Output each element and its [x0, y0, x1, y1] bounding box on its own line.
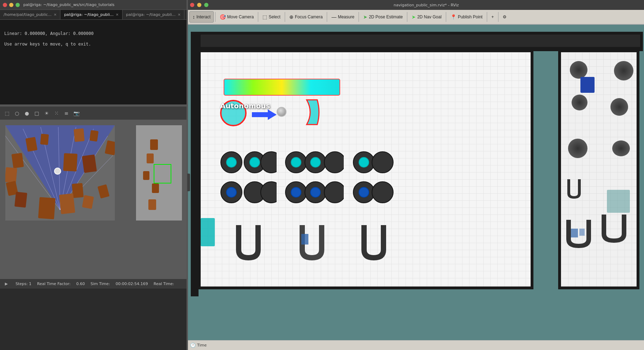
box-2 — [40, 134, 49, 145]
furniture-cluster-5 — [284, 181, 344, 205]
3d-viewport[interactable] — [0, 120, 187, 279]
close-dot[interactable] — [3, 3, 7, 7]
autonomous-label: Autonomous — [220, 102, 270, 110]
camera-tool-icon[interactable]: 📷 — [72, 109, 81, 117]
rviz-maximize-dot[interactable] — [204, 3, 208, 7]
svg-point-19 — [311, 157, 320, 167]
measure-button[interactable]: — Measure — [329, 11, 357, 23]
lower-right-obs-3 — [600, 215, 628, 246]
obstacle-middle — [294, 225, 330, 265]
pose-estimate-button[interactable]: ➤ 2D Pose Estimate — [360, 11, 406, 23]
robot-avatar — [54, 168, 61, 175]
select-button[interactable]: ⬚ Select — [260, 11, 283, 23]
nav-arrow — [252, 109, 277, 121]
terminal-titlebar: pal@riga: ~/tiago_public_ws/src/tiago_tu… — [0, 0, 187, 10]
right-obs-4 — [610, 98, 628, 116]
separator-1 — [215, 12, 215, 22]
terminal-line-4: Use arrow keys to move, q to exit. — [4, 42, 183, 47]
real-time-factor-label: Real Time Factor: — [37, 282, 71, 286]
furniture-cluster-6 — [353, 181, 395, 205]
svg-point-15 — [261, 152, 277, 173]
separator-9 — [498, 12, 498, 22]
sun-tool-icon[interactable]: ☀ — [42, 109, 51, 117]
settings-button[interactable]: ⚙ — [500, 11, 509, 23]
terminal-tab-2[interactable]: pal@riga: ~/tiago_publi... ✕ — [60, 10, 122, 19]
svg-point-20 — [324, 152, 344, 173]
furniture-cluster-3 — [353, 151, 395, 175]
dots-tool-icon[interactable]: ⁙ — [52, 109, 61, 117]
box-6 — [11, 153, 24, 168]
focus-camera-icon: ⊕ — [289, 14, 294, 20]
lower-panel: ⬚ ○ ● □ ☀ ⁙ ≡ 📷 — [0, 106, 187, 279]
svg-point-35 — [372, 182, 393, 203]
furniture-cluster-1 — [220, 151, 277, 175]
terminal-tab-3[interactable]: pal@riga: ~/tiago_publi... ✕ — [123, 10, 184, 19]
separator-8 — [487, 12, 487, 22]
rviz-minimize-dot[interactable] — [197, 3, 201, 7]
sphere-tool-icon[interactable]: ● — [23, 109, 31, 117]
right-obs-2 — [614, 61, 633, 80]
expand-handle[interactable] — [187, 174, 190, 191]
pose-estimate-icon: ➤ — [363, 14, 367, 20]
move-camera-icon: 🎯 — [220, 14, 226, 20]
add-tool-button[interactable]: + — [489, 11, 497, 23]
circle-tool-icon[interactable]: ○ — [13, 109, 21, 117]
scene-left — [5, 125, 115, 221]
cyan-wall-obstacle — [201, 218, 215, 246]
select-tool-icon[interactable]: ⬚ — [3, 109, 11, 117]
rviz-window-title: navigation_public_sim.rviz* - RViz — [211, 3, 641, 7]
move-camera-button[interactable]: 🎯 Move Camera — [217, 11, 256, 23]
lines-tool-icon[interactable]: ≡ — [62, 109, 71, 117]
focus-camera-button[interactable]: ⊕ Focus Camera — [286, 11, 326, 23]
maximize-dot[interactable] — [16, 3, 20, 7]
box-large-2 — [82, 155, 97, 173]
right-obs-3 — [572, 95, 587, 110]
focus-camera-label: Focus Camera — [295, 14, 323, 19]
svg-point-32 — [324, 182, 344, 203]
scene-right — [136, 125, 182, 221]
time-icon: 🕐 — [190, 343, 196, 348]
rviz-close-dot[interactable] — [190, 3, 194, 7]
robot-shape-right — [289, 96, 321, 128]
sim-time-label: Sim Time: — [90, 282, 110, 286]
furniture-cluster-4 — [220, 181, 277, 205]
box-large-4 — [59, 193, 75, 214]
box-9 — [14, 192, 27, 207]
rbox-5 — [148, 199, 156, 210]
interact-icon: ↕ — [193, 14, 195, 20]
cube-tool-icon[interactable]: □ — [33, 109, 41, 117]
select-label: Select — [268, 14, 280, 19]
left-wall — [191, 32, 199, 296]
terminal-tabs: /home/pal/tiago_public... ✕ pal@riga: ~/… — [0, 10, 187, 20]
tab-2-close[interactable]: ✕ — [116, 13, 118, 17]
tab-3-close[interactable]: ✕ — [178, 13, 181, 17]
rbox-1 — [150, 139, 158, 150]
tab-1-close[interactable]: ✕ — [54, 13, 57, 17]
obstacle-right — [356, 225, 391, 265]
pose-estimate-label: 2D Pose Estimate — [369, 14, 403, 19]
rviz-toolbar: ↕ Interact 🎯 Move Camera ⬚ Select ⊕ Focu… — [187, 10, 644, 25]
svg-point-27 — [261, 182, 277, 203]
teal-box — [607, 190, 630, 213]
box-large-1 — [63, 153, 78, 171]
box-7 — [5, 167, 17, 183]
steps-label: Steps: 1 — [16, 282, 31, 286]
minimize-dot[interactable] — [9, 3, 13, 7]
svg-rect-38 — [579, 229, 585, 236]
publish-point-button[interactable]: 📍 Publish Point — [448, 11, 485, 23]
rviz-map-viewport[interactable]: Autonomous — [187, 25, 644, 340]
interact-button[interactable]: ↕ Interact — [189, 11, 214, 23]
real-time-factor-value: 0.60 — [76, 282, 85, 286]
terminal-tab-1[interactable]: /home/pal/tiago_public... ✕ — [0, 10, 60, 19]
play-button[interactable]: ▶ — [3, 280, 10, 288]
main-room: Autonomous — [198, 49, 533, 289]
box-10 — [72, 183, 83, 198]
svg-rect-36 — [301, 234, 308, 245]
bottom-status-bar: ▶ Steps: 1 Real Time Factor: 0.60 Sim Ti… — [0, 279, 187, 289]
separator-7 — [446, 12, 446, 22]
top-wall-inner — [201, 35, 640, 47]
interact-label: Interact — [196, 14, 211, 19]
real-time-label: Real Time: — [154, 282, 174, 286]
publish-point-icon: 📍 — [450, 14, 456, 20]
nav-goal-button[interactable]: ➤ 2D Nav Goal — [409, 11, 444, 23]
